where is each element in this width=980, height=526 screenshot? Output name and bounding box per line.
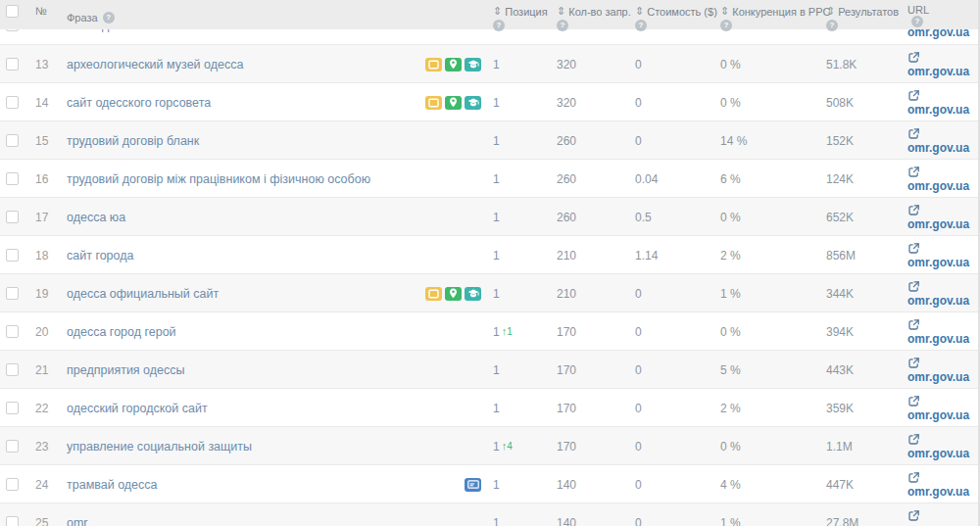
external-link-icon[interactable]: [907, 88, 920, 101]
url-cell: omr.gov.ua: [907, 45, 978, 83]
phrase-cell: археологический музей одесса: [67, 45, 490, 83]
sort-icon[interactable]: ⇕: [635, 5, 644, 18]
competition-cell: 0 %: [715, 312, 825, 351]
keyword-link[interactable]: археологический музей одесса: [67, 58, 243, 72]
row-checkbox[interactable]: [6, 58, 19, 71]
keyword-link[interactable]: трудовий договір між працівником і фізич…: [67, 172, 370, 186]
header-num-cell: №: [29, 0, 67, 29]
domain-link[interactable]: omr.gov.ua: [907, 332, 969, 346]
phrase-cell: сайт одессы: [67, 29, 490, 44]
domain-link[interactable]: omr.gov.ua: [907, 103, 969, 117]
row-checkbox[interactable]: [6, 287, 19, 300]
external-link-icon[interactable]: [907, 126, 920, 139]
row-number: 16: [35, 172, 48, 186]
competition-value: 0 %: [720, 96, 741, 110]
domain-link[interactable]: omr.gov.ua: [907, 294, 969, 308]
row-checkbox-cell: [0, 29, 29, 44]
external-link-icon[interactable]: [907, 432, 920, 445]
competition-cell: 1 %: [715, 503, 825, 526]
keyword-link[interactable]: сайт одесского горсовета: [67, 96, 211, 110]
row-checkbox[interactable]: [6, 363, 19, 376]
row-checkbox[interactable]: [6, 516, 19, 526]
keyword-link[interactable]: сайт одессы: [67, 29, 137, 32]
volume-value: 320: [557, 29, 576, 32]
sort-icon[interactable]: ⇕: [493, 5, 502, 18]
competition-value: 5 %: [720, 363, 741, 377]
keyword-link[interactable]: трамвай одесса: [67, 478, 158, 492]
help-icon[interactable]: ?: [911, 16, 923, 27]
phrase-cell: одесса город герой: [67, 312, 490, 351]
url-cell: omr.gov.ua: [907, 236, 978, 274]
table-row: 15трудовий договір бланк1260014 %152Komr…: [0, 120, 978, 159]
external-link-icon[interactable]: [907, 356, 920, 368]
row-checkbox-cell: [0, 83, 29, 121]
domain-link[interactable]: omr.gov.ua: [907, 256, 969, 269]
external-link-icon[interactable]: [907, 50, 920, 63]
domain-link[interactable]: omr.gov.ua: [907, 447, 969, 460]
row-checkbox[interactable]: [6, 211, 19, 223]
keyword-link[interactable]: omr: [67, 516, 88, 526]
row-checkbox[interactable]: [6, 172, 19, 185]
row-checkbox[interactable]: [6, 96, 19, 109]
cost-cell: 0: [631, 427, 715, 465]
external-link-icon[interactable]: [907, 203, 920, 215]
row-checkbox[interactable]: [6, 249, 19, 262]
row-number: 14: [35, 96, 48, 110]
row-checkbox[interactable]: [6, 29, 19, 31]
keyword-link[interactable]: одесский городской сайт: [67, 402, 208, 415]
keyword-link[interactable]: сайт города: [67, 249, 134, 263]
select-all-checkbox[interactable]: [6, 5, 19, 18]
sort-icon[interactable]: ⇕: [826, 5, 835, 18]
keyword-link[interactable]: одесса официальный сайт: [67, 287, 219, 301]
external-link-icon[interactable]: [907, 241, 920, 254]
row-number-cell: 19: [29, 274, 67, 312]
row-checkbox[interactable]: [6, 440, 19, 453]
domain-link[interactable]: omr.gov.ua: [907, 408, 969, 422]
domain-link[interactable]: omr.gov.ua: [907, 141, 969, 155]
keyword-link[interactable]: трудовий договір бланк: [67, 134, 199, 148]
sort-icon[interactable]: ⇕: [557, 5, 565, 18]
external-link-icon[interactable]: [907, 508, 920, 521]
volume-value: 170: [557, 363, 576, 377]
volume-cell: 170: [553, 351, 631, 389]
serp-images-icon: [425, 287, 442, 301]
row-checkbox[interactable]: [6, 134, 19, 147]
external-link-icon[interactable]: [907, 317, 920, 330]
header-cost-cell: ⇕ Стоимость ($) ?: [631, 0, 715, 29]
domain-link[interactable]: omr.gov.ua: [907, 485, 969, 499]
row-checkbox[interactable]: [6, 325, 19, 338]
volume-cell: 320: [553, 83, 631, 121]
row-checkbox-cell: [0, 389, 29, 427]
keyword-link[interactable]: предприятия одессы: [67, 363, 185, 377]
domain-link[interactable]: omr.gov.ua: [907, 65, 969, 78]
results-cell: 1.1M: [825, 427, 907, 465]
competition-value: 1 %: [720, 516, 741, 526]
row-checkbox[interactable]: [6, 402, 19, 414]
sort-icon[interactable]: ⇕: [720, 5, 729, 18]
serp-knowledge-icon: [465, 287, 481, 301]
row-checkbox[interactable]: [6, 478, 19, 491]
volume-value: 320: [557, 58, 576, 72]
results-cell: 124K: [825, 160, 907, 198]
keyword-link[interactable]: одесса юа: [67, 211, 125, 224]
domain-link[interactable]: omr.gov.ua: [907, 217, 969, 231]
cost-cell: 0: [631, 312, 715, 351]
keyword-link[interactable]: управление социальной защиты: [67, 440, 252, 454]
help-icon[interactable]: ?: [103, 12, 115, 24]
external-link-icon[interactable]: [907, 470, 920, 483]
external-link-icon[interactable]: [907, 165, 920, 177]
domain-link[interactable]: omr.gov.ua: [907, 29, 969, 39]
external-link-icon[interactable]: [907, 279, 920, 292]
phrase-cell: сайт города: [67, 236, 490, 274]
keyword-link[interactable]: одесса город герой: [67, 325, 176, 339]
header-competition-cell: ⇕ Конкуренция в PPC ?: [715, 0, 825, 29]
position-value: 1: [493, 287, 500, 301]
position-cell: 1: [490, 29, 553, 44]
external-link-icon[interactable]: [907, 394, 920, 406]
competition-cell: 14 %: [715, 121, 825, 160]
domain-link[interactable]: omr.gov.ua: [907, 179, 969, 193]
phrase-cell: omr: [67, 503, 490, 526]
row-checkbox-cell: [0, 236, 29, 274]
results-cell: 152K: [825, 121, 907, 160]
domain-link[interactable]: omr.gov.ua: [907, 370, 969, 384]
